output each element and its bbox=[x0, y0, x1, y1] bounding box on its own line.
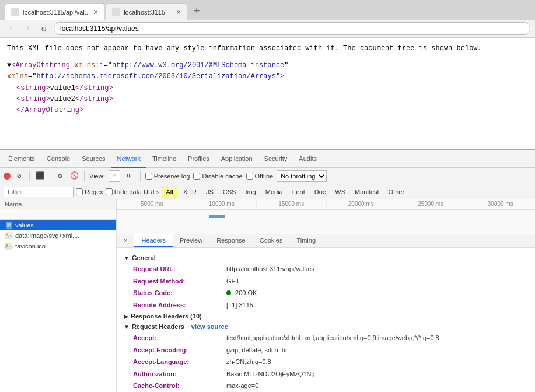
svg-point-5 bbox=[6, 234, 8, 236]
record-button[interactable] bbox=[4, 173, 11, 180]
details-tab-cookies[interactable]: Cookies bbox=[253, 235, 290, 247]
tab-network[interactable]: Network bbox=[111, 150, 146, 168]
clear-button[interactable]: 🚫 bbox=[69, 171, 79, 181]
forward-button[interactable]: › bbox=[21, 22, 34, 35]
file-img-icon bbox=[5, 232, 13, 240]
tick-30000: 30000 ms bbox=[466, 200, 536, 209]
tab-favicon-2 bbox=[112, 8, 120, 16]
tab-active[interactable]: localhost:3115/api/val... × bbox=[5, 4, 104, 20]
filter-css-button[interactable]: CSS bbox=[219, 187, 240, 197]
column-header: Name bbox=[0, 200, 116, 209]
preserve-log-checkbox[interactable]: Preserve log bbox=[145, 173, 190, 180]
new-tab-button[interactable]: + bbox=[188, 4, 205, 20]
file-name-favicon: favicon.ico bbox=[15, 243, 46, 250]
request-headers-body: Accept: text/html,application/xhtml+xml,… bbox=[124, 332, 528, 392]
filter-js-button[interactable]: JS bbox=[202, 187, 217, 197]
file-list: values data:image/svg+xml,... bbox=[0, 220, 116, 392]
address-input[interactable] bbox=[54, 22, 530, 35]
filter-button[interactable]: ⚙ bbox=[55, 171, 65, 181]
details-tab-headers[interactable]: Headers bbox=[134, 235, 173, 247]
cache-control-key: Cache-Control: bbox=[133, 381, 226, 391]
filter-other-button[interactable]: Other bbox=[385, 187, 408, 197]
request-headers-title: Request Headers bbox=[132, 323, 184, 330]
filter-ws-button[interactable]: WS bbox=[331, 187, 349, 197]
filter-font-button[interactable]: Font bbox=[289, 187, 309, 197]
filter-media-button[interactable]: Media bbox=[262, 187, 286, 197]
details-tab-timing[interactable]: Timing bbox=[289, 235, 323, 247]
request-headers-arrow: ▼ bbox=[124, 324, 130, 330]
offline-checkbox[interactable]: Offline bbox=[246, 173, 274, 180]
general-title: General bbox=[132, 254, 156, 261]
file-name-data-image: data:image/svg+xml,... bbox=[15, 232, 79, 239]
timeline-chart: 5000 ms 10000 ms 15000 ms 20000 ms 25000… bbox=[117, 200, 535, 235]
tab-profiles[interactable]: Profiles bbox=[182, 150, 215, 168]
tick-10000: 10000 ms bbox=[187, 200, 257, 209]
response-headers-section-header[interactable]: ▶ Response Headers (10) bbox=[124, 311, 528, 321]
file-item-values[interactable]: values bbox=[0, 220, 116, 230]
accept-language-row: Accept-Language: zh-CN,zh;q=0.8 bbox=[133, 356, 528, 368]
tick-20000: 20000 ms bbox=[326, 200, 396, 209]
details-tab-preview[interactable]: Preview bbox=[173, 235, 209, 247]
tab-security[interactable]: Security bbox=[258, 150, 293, 168]
back-button[interactable]: ‹ bbox=[5, 22, 18, 35]
request-method-key: Request Method: bbox=[133, 276, 226, 286]
tab-application[interactable]: Application bbox=[215, 150, 258, 168]
toolbar-separator-3 bbox=[84, 172, 85, 181]
view-source-link[interactable]: view source bbox=[191, 323, 228, 330]
accept-row: Accept: text/html,application/xhtml+xml,… bbox=[133, 332, 528, 344]
file-item-data-image[interactable]: data:image/svg+xml,... bbox=[0, 230, 116, 241]
page-content: This XML file does not appear to have an… bbox=[0, 38, 535, 149]
tab-close-second[interactable]: × bbox=[176, 8, 181, 16]
timeline-bar-values bbox=[209, 215, 226, 218]
details-tab-response[interactable]: Response bbox=[209, 235, 253, 247]
general-section-header[interactable]: ▼ General bbox=[124, 253, 528, 263]
tab-close-active[interactable]: × bbox=[93, 8, 98, 16]
timeline-bars-area bbox=[117, 210, 535, 235]
accept-value: text/html,application/xhtml+xml,applicat… bbox=[226, 333, 439, 343]
request-details-panel: × Headers Preview Response Cookies Timin… bbox=[117, 235, 535, 392]
hide-data-urls-checkbox[interactable]: Hide data URLs bbox=[106, 188, 160, 195]
svg-point-7 bbox=[6, 244, 8, 246]
disable-cache-checkbox[interactable]: Disable cache bbox=[193, 173, 242, 180]
throttling-select[interactable]: No throttling bbox=[277, 170, 327, 182]
tab-console[interactable]: Console bbox=[41, 150, 76, 168]
filter-input[interactable] bbox=[4, 187, 74, 197]
authorization-value: Basic MTIzNDU2OjEyMzQ1Ng== bbox=[226, 369, 322, 379]
filter-bar: Regex Hide data URLs All XHR JS CSS Img … bbox=[0, 184, 535, 200]
regex-checkbox[interactable]: Regex bbox=[76, 188, 103, 195]
remote-address-row: Remote Address: [::1]:3115 bbox=[133, 299, 528, 312]
grid-view-button[interactable]: ⊞ bbox=[124, 170, 135, 182]
xml-root-close: </ArrayOfstring> bbox=[7, 105, 528, 116]
accept-key: Accept: bbox=[133, 333, 226, 343]
filter-doc-button[interactable]: Doc bbox=[311, 187, 330, 197]
tab-sources[interactable]: Sources bbox=[76, 150, 111, 168]
reload-button[interactable]: ↻ bbox=[37, 22, 50, 35]
toolbar-separator-2 bbox=[50, 172, 50, 181]
accept-encoding-row: Accept-Encoding: gzip, deflate, sdch, br bbox=[133, 344, 528, 356]
tab-second[interactable]: localhost:3115 × bbox=[106, 4, 187, 20]
list-view-button[interactable]: ≡ bbox=[109, 170, 120, 182]
tab-elements[interactable]: Elements bbox=[2, 150, 41, 168]
filter-img-button[interactable]: Img bbox=[242, 187, 259, 197]
xml-root: ▼<ArrayOfstring xmlns:i="http://www.w3.o… bbox=[7, 60, 528, 82]
tab-audits[interactable]: Audits bbox=[293, 150, 323, 168]
status-dot bbox=[226, 290, 231, 295]
filter-xhr-button[interactable]: XHR bbox=[180, 187, 200, 197]
tab-bar: localhost:3115/api/val... × localhost:31… bbox=[0, 0, 535, 20]
view-label: View: bbox=[89, 173, 105, 180]
tab-timeline[interactable]: Timeline bbox=[146, 150, 182, 168]
stop-button[interactable]: ⊘ bbox=[14, 171, 25, 181]
filter-all-button[interactable]: All bbox=[162, 187, 177, 197]
devtools-main: Name values bbox=[0, 200, 535, 392]
file-doc-icon bbox=[5, 221, 13, 229]
devtools-panel: Elements Console Sources Network Timelin… bbox=[0, 149, 535, 392]
close-details-button[interactable]: × bbox=[117, 235, 134, 247]
file-name-values: values bbox=[15, 222, 34, 229]
file-item-favicon[interactable]: favicon.ico bbox=[0, 241, 116, 251]
filter-manifest-button[interactable]: Manifest bbox=[351, 187, 383, 197]
camera-button[interactable]: ⬛ bbox=[34, 171, 45, 181]
request-headers-section-header[interactable]: ▼ Request Headers view source bbox=[124, 321, 528, 332]
request-url-value: http://localhost:3115/api/values bbox=[226, 264, 314, 274]
response-headers-arrow: ▶ bbox=[124, 313, 128, 320]
general-arrow: ▼ bbox=[124, 255, 130, 261]
